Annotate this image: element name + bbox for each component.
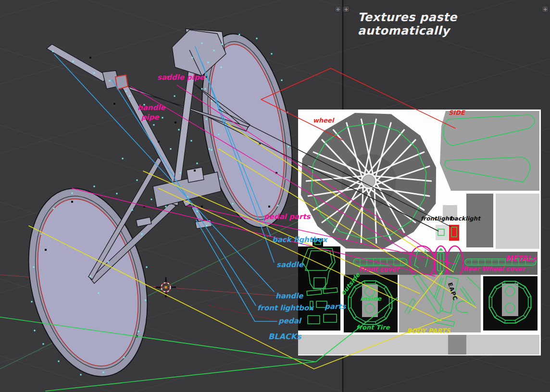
bottom-strip-square (448, 335, 466, 355)
label-body-parts: BODY PARTS (407, 327, 450, 334)
label-saddle: saddle (276, 260, 303, 269)
label-backlight: backlight (450, 215, 480, 222)
expand-region-button-left[interactable]: + (335, 6, 341, 12)
blacks-panel-texture (298, 238, 340, 331)
label-saddle-pipe: saddle pipe (157, 73, 204, 82)
body-parts-texture (399, 275, 481, 332)
selected-face (115, 75, 128, 89)
expand-region-button-far-right[interactable]: + (542, 6, 549, 12)
title-note: Textures paste automatically (358, 11, 550, 37)
swatch-light-gray (496, 194, 539, 249)
label-rear-wheel-cover: Rear Wheel cover (463, 265, 525, 272)
label-handle-pipe: handle pipe (138, 103, 162, 122)
expand-region-button-right[interactable]: + (343, 6, 350, 12)
label-back-lightbox: back lightbox (272, 235, 327, 244)
label-parts: parts (325, 302, 346, 311)
label-side: SIDE (449, 109, 465, 116)
label-front-lightbox: front lightbox (257, 304, 313, 312)
label-front-cover: Front cover (359, 266, 399, 273)
light-swatches (436, 225, 459, 241)
label-frontlight: frontlight (421, 215, 452, 222)
side-panel-texture (440, 111, 539, 191)
rear-tire-texture (483, 276, 538, 331)
handlebar (47, 44, 108, 82)
texture-atlas (298, 110, 541, 355)
label-wheel: wheel (313, 117, 334, 124)
label-pedal: pedal (278, 317, 301, 325)
label-pedal-parts: pedal parts (264, 212, 311, 221)
label-metals: METALs (505, 254, 536, 263)
label-front-tire: front Tire (356, 324, 390, 331)
blender-window: Textures paste automatically + + + saddl… (0, 0, 550, 392)
label-inside: inside (360, 295, 381, 302)
label-handle: handle (275, 292, 303, 300)
bottom-strip (298, 335, 539, 355)
label-blacks: BLACKs (268, 332, 301, 341)
